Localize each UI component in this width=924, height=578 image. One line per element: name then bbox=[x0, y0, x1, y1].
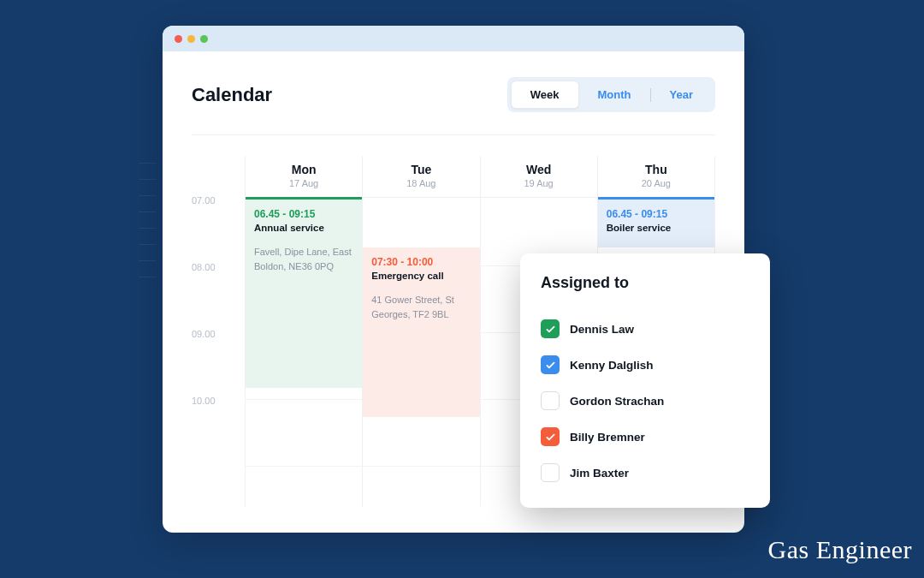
day-column: Tue18 Aug07:30 - 10:00Emergency call41 G… bbox=[363, 156, 480, 507]
event-address: Favell, Dipe Lane, East Boldon, NE36 0PQ bbox=[254, 245, 353, 273]
calendar-event[interactable]: 07:30 - 10:00Emergency call41 Gower Stre… bbox=[363, 247, 479, 417]
time-label: 07.00 bbox=[192, 200, 245, 267]
hour-gridline bbox=[363, 466, 479, 467]
window-maximize-icon[interactable] bbox=[200, 35, 208, 43]
day-date: 17 Aug bbox=[246, 178, 362, 188]
assignee-row[interactable]: Dennis Law bbox=[541, 311, 749, 347]
assignee-name: Jim Baxter bbox=[570, 467, 629, 480]
event-title: Emergency call bbox=[371, 271, 471, 281]
event-title: Annual service bbox=[254, 223, 353, 233]
checkbox-checked-icon[interactable] bbox=[541, 319, 560, 338]
assignee-row[interactable]: Billy Bremner bbox=[541, 419, 749, 455]
assigned-title: Assigned to bbox=[541, 274, 749, 292]
tab-week[interactable]: Week bbox=[511, 80, 579, 109]
day-of-week: Wed bbox=[481, 163, 597, 176]
day-of-week: Thu bbox=[598, 163, 714, 176]
time-column: 07.0008.0009.0010.00 bbox=[192, 156, 245, 507]
view-toggle: Week Month Year bbox=[507, 77, 715, 112]
brand-text: Gas Engineer bbox=[768, 535, 912, 564]
day-header[interactable]: Wed19 Aug bbox=[481, 156, 597, 198]
tab-year[interactable]: Year bbox=[651, 81, 712, 108]
event-time: 06.45 - 09:15 bbox=[254, 208, 353, 220]
page-title: Calendar bbox=[192, 84, 272, 106]
checkbox-empty-icon[interactable] bbox=[541, 463, 560, 482]
outer-ticks bbox=[139, 163, 156, 293]
time-label: 09.00 bbox=[192, 334, 245, 401]
hour-gridline bbox=[246, 399, 362, 400]
time-label: 08.00 bbox=[192, 267, 245, 334]
calendar-event[interactable]: 06.45 - 09:15Boiler service bbox=[598, 200, 714, 247]
day-header[interactable]: Thu20 Aug bbox=[598, 156, 714, 198]
checkbox-checked-icon[interactable] bbox=[541, 355, 560, 374]
event-address: 41 Gower Street, St Georges, TF2 9BL bbox=[371, 293, 471, 321]
day-column: Mon17 Aug06.45 - 09:15Annual serviceFave… bbox=[246, 156, 363, 507]
window-minimize-icon[interactable] bbox=[187, 35, 195, 43]
hour-gridline bbox=[246, 466, 362, 467]
assignee-name: Billy Bremner bbox=[570, 431, 645, 444]
calendar-event[interactable]: 06.45 - 09:15Annual serviceFavell, Dipe … bbox=[246, 200, 362, 388]
assignee-row[interactable]: Jim Baxter bbox=[541, 455, 749, 491]
window-close-icon[interactable] bbox=[175, 35, 182, 43]
checkbox-checked-icon[interactable] bbox=[541, 427, 560, 446]
assigned-panel: Assigned to Dennis LawKenny DalglishGord… bbox=[520, 253, 770, 508]
day-date: 19 Aug bbox=[481, 178, 597, 188]
assignee-name: Dennis Law bbox=[570, 323, 634, 336]
tab-month[interactable]: Month bbox=[579, 81, 650, 108]
day-of-week: Mon bbox=[246, 163, 362, 176]
assignee-row[interactable]: Gordon Strachan bbox=[541, 383, 749, 419]
time-label: 10.00 bbox=[192, 401, 245, 468]
event-time: 06.45 - 09:15 bbox=[607, 208, 706, 220]
day-header[interactable]: Mon17 Aug bbox=[246, 156, 362, 198]
day-date: 20 Aug bbox=[598, 178, 714, 188]
checkbox-empty-icon[interactable] bbox=[541, 391, 560, 410]
assignee-name: Kenny Dalglish bbox=[570, 359, 654, 372]
event-time: 07:30 - 10:00 bbox=[371, 256, 471, 268]
event-title: Boiler service bbox=[607, 223, 706, 233]
day-date: 18 Aug bbox=[363, 178, 479, 188]
assignee-row[interactable]: Kenny Dalglish bbox=[541, 347, 749, 383]
day-header[interactable]: Tue18 Aug bbox=[363, 156, 479, 198]
window-titlebar bbox=[163, 26, 744, 51]
assignee-name: Gordon Strachan bbox=[570, 395, 664, 408]
day-of-week: Tue bbox=[363, 163, 479, 176]
